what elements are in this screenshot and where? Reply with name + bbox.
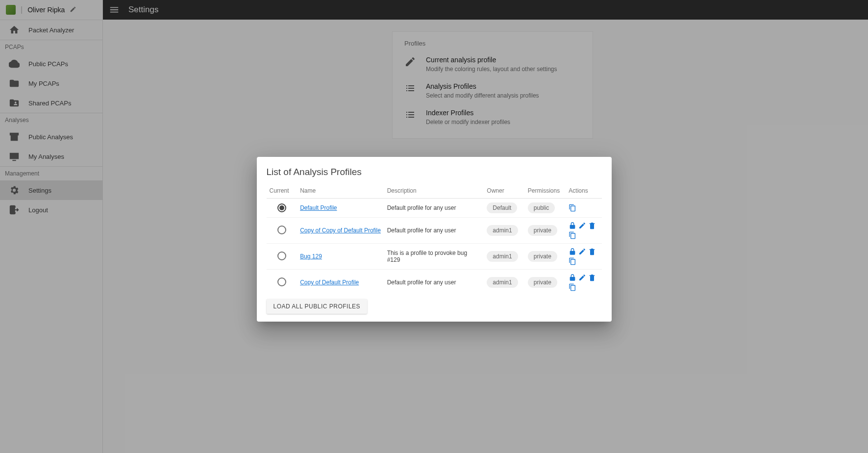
owner-chip: admin1: [487, 225, 518, 236]
delete-icon[interactable]: [588, 222, 596, 229]
owner-chip: admin1: [487, 277, 518, 288]
owner-chip: admin1: [487, 251, 518, 262]
permission-chip: private: [528, 251, 557, 262]
permission-chip: private: [528, 225, 557, 236]
dialog-title: List of Analysis Profiles: [267, 167, 602, 177]
profiles-table: Current Name Description Owner Permissio…: [267, 183, 602, 295]
current-radio[interactable]: [277, 226, 286, 234]
owner-chip: Default: [487, 202, 517, 213]
col-header-description: Description: [384, 183, 484, 199]
table-row: Copy of Copy of Default ProfileDefault p…: [267, 218, 602, 244]
copy-icon[interactable]: [569, 257, 576, 265]
lock-icon[interactable]: [569, 274, 576, 281]
lock-icon[interactable]: [569, 248, 576, 255]
table-row: Copy of Default ProfileDefault profile f…: [267, 270, 602, 296]
profile-name-link[interactable]: Bug 129: [300, 253, 322, 260]
delete-icon[interactable]: [588, 274, 596, 281]
col-header-permissions: Permissions: [525, 183, 566, 199]
current-radio[interactable]: [277, 277, 286, 286]
edit-icon[interactable]: [578, 222, 586, 229]
profile-name-link[interactable]: Default Profile: [300, 204, 337, 211]
profile-description: Default profile for any user: [384, 199, 484, 218]
col-header-owner: Owner: [484, 183, 525, 199]
profile-description: Default profile for any user: [384, 218, 484, 244]
lock-icon[interactable]: [569, 222, 576, 229]
edit-icon[interactable]: [578, 274, 586, 281]
copy-icon[interactable]: [569, 283, 576, 291]
profile-description: Default profile for any user: [384, 270, 484, 296]
edit-icon[interactable]: [578, 248, 586, 255]
current-radio[interactable]: [277, 203, 286, 212]
table-row: Default ProfileDefault profile for any u…: [267, 199, 602, 218]
permission-chip: private: [528, 277, 557, 288]
col-header-current: Current: [267, 183, 298, 199]
col-header-name: Name: [297, 183, 384, 199]
permission-chip: public: [528, 202, 555, 213]
profile-description: This is a profile to provoke bug #129: [384, 244, 484, 270]
copy-icon[interactable]: [569, 204, 576, 212]
modal-overlay[interactable]: List of Analysis Profiles Current Name D…: [0, 0, 868, 453]
table-row: Bug 129This is a profile to provoke bug …: [267, 244, 602, 270]
col-header-actions: Actions: [566, 183, 601, 199]
copy-icon[interactable]: [569, 231, 576, 239]
profile-name-link[interactable]: Copy of Copy of Default Profile: [300, 227, 381, 234]
analysis-profiles-dialog: List of Analysis Profiles Current Name D…: [257, 157, 612, 322]
delete-icon[interactable]: [588, 248, 596, 255]
profile-name-link[interactable]: Copy of Default Profile: [300, 279, 359, 286]
load-public-profiles-button[interactable]: LOAD ALL PUBLIC PROFILES: [267, 299, 368, 314]
current-radio[interactable]: [277, 252, 286, 260]
